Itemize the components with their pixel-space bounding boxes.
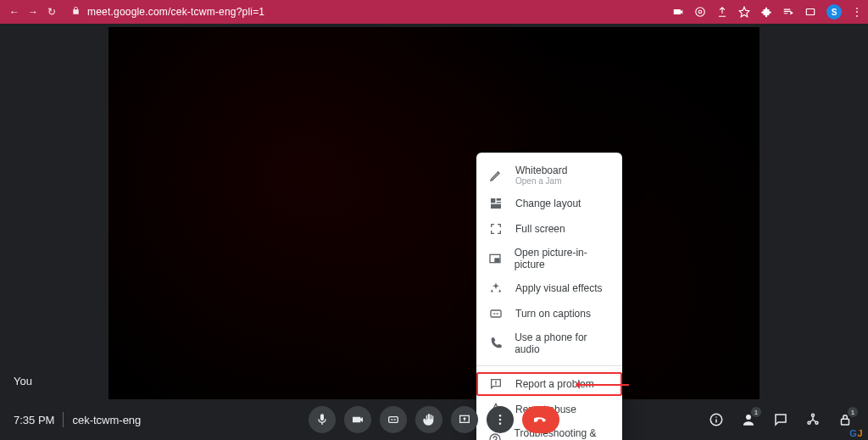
tab-icon[interactable] xyxy=(804,6,816,18)
present-button[interactable] xyxy=(451,406,478,433)
raise-hand-button[interactable] xyxy=(415,406,442,433)
reload-button[interactable]: ↻ xyxy=(44,6,59,18)
svg-rect-5 xyxy=(497,202,501,203)
lock-icon xyxy=(71,6,81,18)
svg-point-15 xyxy=(499,419,502,421)
svg-rect-8 xyxy=(495,259,499,261)
hangup-button[interactable] xyxy=(522,406,559,433)
clock-text: 7:35 PM xyxy=(14,414,54,426)
menu-label: Turn on captions xyxy=(515,308,591,320)
profile-avatar[interactable]: S xyxy=(826,4,842,19)
menu-divider xyxy=(476,365,622,366)
browser-menu-button[interactable]: ⋮ xyxy=(852,6,861,18)
puzzle-icon[interactable] xyxy=(760,6,772,18)
meeting-code: cek-tcwm-eng xyxy=(72,414,141,426)
layout-icon xyxy=(488,196,504,211)
menu-label: Whiteboard xyxy=(515,164,567,176)
menu-item-pip[interactable]: Open picture-in-picture xyxy=(476,242,622,276)
meet-bottom-bar: 7:35 PM cek-tcwm-eng 1 1 GJ xyxy=(0,399,868,440)
svg-rect-3 xyxy=(491,198,495,203)
meet-stage: You WhiteboardOpen a Jam Change layout F… xyxy=(0,24,868,399)
fullscreen-icon xyxy=(488,221,504,237)
menu-label: Open picture-in-picture xyxy=(515,247,610,270)
svg-rect-4 xyxy=(497,198,501,201)
people-button[interactable]: 1 xyxy=(739,410,758,429)
self-video-tile xyxy=(108,27,760,399)
more-options-button[interactable] xyxy=(487,406,514,433)
svg-rect-2 xyxy=(806,9,814,15)
captions-icon xyxy=(488,306,504,321)
star-icon[interactable] xyxy=(738,6,750,18)
annotation-arrow xyxy=(576,384,629,386)
playlist-icon[interactable] xyxy=(782,6,794,18)
menu-item-phone-audio[interactable]: Use a phone for audio xyxy=(476,326,622,360)
meeting-details-button[interactable] xyxy=(707,410,726,429)
pencil-icon xyxy=(488,168,504,183)
menu-item-change-layout[interactable]: Change layout xyxy=(476,191,622,216)
right-panel-buttons: 1 1 xyxy=(707,410,854,429)
menu-item-full-screen[interactable]: Full screen xyxy=(476,216,622,242)
host-count-badge: 1 xyxy=(848,407,858,417)
svg-point-16 xyxy=(499,422,502,425)
pip-icon xyxy=(488,251,503,266)
sparkles-icon xyxy=(488,281,504,296)
watermark: GJ xyxy=(849,428,863,438)
svg-point-14 xyxy=(499,415,502,417)
svg-rect-9 xyxy=(491,310,501,317)
svg-point-18 xyxy=(812,414,815,416)
menu-label: Change layout xyxy=(515,198,581,209)
url-text[interactable]: meet.google.com/cek-tcwm-eng?pli=1 xyxy=(87,6,264,18)
menu-item-captions[interactable]: Turn on captions xyxy=(476,301,622,326)
extension-tray: S ⋮ xyxy=(672,4,861,19)
forward-button[interactable]: → xyxy=(25,6,41,18)
activities-button[interactable] xyxy=(804,410,822,429)
captions-button[interactable] xyxy=(380,406,407,433)
mic-button[interactable] xyxy=(309,406,336,433)
menu-label: Use a phone for audio xyxy=(515,331,610,355)
menu-item-whiteboard[interactable]: WhiteboardOpen a Jam xyxy=(476,159,622,191)
svg-rect-6 xyxy=(491,204,501,209)
phone-icon xyxy=(488,336,503,351)
people-count-badge: 1 xyxy=(751,407,761,417)
control-bar xyxy=(309,406,559,433)
share-icon[interactable] xyxy=(716,6,728,18)
feedback-icon xyxy=(488,376,504,392)
svg-point-10 xyxy=(490,434,500,440)
svg-point-1 xyxy=(698,10,702,14)
svg-rect-21 xyxy=(842,419,849,425)
menu-item-visual-effects[interactable]: Apply visual effects xyxy=(476,276,622,301)
camera-icon[interactable] xyxy=(672,6,684,18)
meeting-info: 7:35 PM cek-tcwm-eng xyxy=(14,412,141,427)
back-button[interactable]: ← xyxy=(7,6,22,18)
separator xyxy=(63,412,64,427)
menu-label: Full screen xyxy=(515,223,565,235)
browser-top-bar: ← → ↻ meet.google.com/cek-tcwm-eng?pli=1… xyxy=(0,0,868,24)
camera-button[interactable] xyxy=(344,406,371,433)
chat-button[interactable] xyxy=(771,410,790,429)
chrome-icon[interactable] xyxy=(694,6,706,18)
menu-label: Apply visual effects xyxy=(515,282,603,294)
self-label: You xyxy=(14,375,32,387)
menu-sublabel: Open a Jam xyxy=(515,176,567,186)
more-options-menu: WhiteboardOpen a Jam Change layout Full … xyxy=(476,153,622,440)
svg-point-0 xyxy=(696,8,705,17)
svg-rect-12 xyxy=(389,417,398,423)
host-controls-button[interactable]: 1 xyxy=(836,410,854,429)
